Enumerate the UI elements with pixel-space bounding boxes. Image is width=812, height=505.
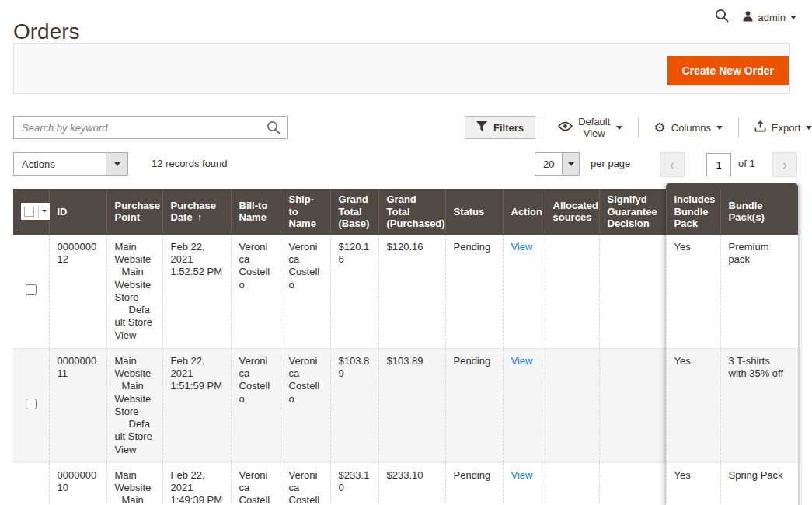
total-pages-label: of 1 <box>738 158 755 169</box>
purchase-point-website: Main Website <box>115 241 155 266</box>
header-grand-total-base[interactable]: Grand Total (Base) <box>330 189 378 235</box>
cell-grand-total-base: $233.10 <box>330 462 378 505</box>
actions-dropdown-value: Actions <box>14 153 106 175</box>
header-bill-to-name[interactable]: Bill-to Name <box>231 189 281 235</box>
view-link[interactable]: View <box>511 355 533 367</box>
sort-asc-icon: ↑ <box>197 212 202 223</box>
header-purchase-date[interactable]: Purchase Date↑ <box>162 189 231 235</box>
header-bundle-packs[interactable]: Bundle Pack(s) <box>720 189 798 235</box>
cell-grand-total-purchased: $103.89 <box>378 348 445 462</box>
table-row: 000000011 Main Website Main Website Stor… <box>13 348 798 462</box>
export-button[interactable]: Export <box>745 120 812 134</box>
purchase-time: 1:49:39 PM <box>171 494 223 505</box>
row-select-cell <box>13 462 49 505</box>
divider <box>638 117 639 138</box>
header-ship-to-name[interactable]: Ship-to Name <box>281 189 330 235</box>
row-checkbox[interactable] <box>26 399 37 409</box>
purchase-point-store: Main Website Store <box>115 380 155 418</box>
per-page-value: 20 <box>535 153 562 175</box>
cell-purchase-point: Main Website Main Website Store Default … <box>106 462 162 505</box>
purchase-time: 1:52:52 PM <box>171 266 223 278</box>
table-row: 000000010 Main Website Main Website Stor… <box>13 462 798 505</box>
previous-page-button[interactable]: ‹ <box>660 152 685 177</box>
records-found-text: 12 records found <box>152 158 228 169</box>
global-search-icon[interactable] <box>714 8 730 26</box>
header-purchase-date-label: Purchase Date <box>171 200 217 224</box>
header-id[interactable]: ID <box>49 189 106 235</box>
purchase-point-store: Main Website Store <box>115 266 155 304</box>
chevron-down-icon <box>806 126 812 130</box>
export-icon <box>754 120 766 134</box>
header-purchase-point[interactable]: Purchase Point <box>106 189 162 235</box>
purchase-point-store: Main Website Store <box>115 494 155 505</box>
cell-includes-bundle-pack: Yes <box>666 235 720 349</box>
header-status[interactable]: Status <box>445 189 503 235</box>
cell-signifyd <box>599 348 666 462</box>
cell-grand-total-purchased: $120.16 <box>378 235 445 349</box>
cell-purchase-date: Feb 22, 2021 1:49:39 PM <box>162 462 231 505</box>
default-view-button[interactable]: Default View <box>549 116 632 139</box>
cell-status: Pending <box>445 462 503 505</box>
cell-allocated-sources <box>545 348 599 462</box>
cell-action: View <box>503 235 545 349</box>
eye-icon <box>558 121 573 134</box>
filters-label: Filters <box>493 122 524 134</box>
row-checkbox[interactable] <box>26 284 37 295</box>
chevron-down-icon <box>790 16 796 19</box>
cell-bill-to: Veronica Costello <box>231 235 281 349</box>
filters-button[interactable]: Filters <box>465 116 535 139</box>
cell-signifyd <box>599 462 666 505</box>
columns-button[interactable]: ⚙ Columns <box>645 121 733 134</box>
view-link[interactable]: View <box>511 241 533 252</box>
purchase-date: Feb 22, 2021 <box>171 241 223 266</box>
select-all-dropdown[interactable] <box>21 203 50 220</box>
header-grand-total-purchased[interactable]: Grand Total (Purchased) <box>378 189 445 235</box>
cell-ship-to: Veronica Costello <box>281 348 330 462</box>
cell-status: Pending <box>445 348 503 462</box>
cell-grand-total-purchased: $233.10 <box>378 462 445 505</box>
page-title: Orders <box>13 19 80 44</box>
gear-icon: ⚙ <box>654 121 666 134</box>
divider <box>738 117 739 138</box>
view-link[interactable]: View <box>511 469 533 481</box>
cell-action: View <box>503 348 545 462</box>
page-number-input[interactable] <box>706 153 731 176</box>
purchase-date: Feb 22, 2021 <box>171 469 223 495</box>
chevron-down-icon <box>616 126 622 130</box>
chevron-down-icon <box>562 153 579 175</box>
header-signifyd-guarantee-decision[interactable]: Signifyd Guarantee Decision <box>599 189 666 235</box>
default-view-label: Default View <box>578 116 611 139</box>
search-input[interactable] <box>13 116 288 139</box>
purchase-point-store-view: Default Store View <box>115 304 155 342</box>
create-new-order-button[interactable]: Create New Order <box>667 56 789 85</box>
cell-purchase-date: Feb 22, 2021 1:51:59 PM <box>162 348 231 462</box>
chevron-down-icon <box>716 126 723 130</box>
cell-includes-bundle-pack: Yes <box>666 348 720 462</box>
cell-status: Pending <box>445 235 503 349</box>
grid-view-controls: Filters Default View ⚙ Columns Export <box>465 115 812 140</box>
per-page-dropdown[interactable]: 20 <box>535 152 580 176</box>
user-icon <box>742 10 754 25</box>
select-all-checkbox[interactable] <box>24 207 34 217</box>
cell-ship-to: Veronica Costello <box>281 462 330 505</box>
chevron-down-icon <box>42 210 47 213</box>
keyword-search <box>13 116 288 139</box>
actions-dropdown[interactable]: Actions <box>13 152 128 176</box>
cell-purchase-date: Feb 22, 2021 1:52:52 PM <box>162 235 231 349</box>
columns-label: Columns <box>671 122 711 134</box>
cell-allocated-sources <box>545 462 599 505</box>
admin-user-menu[interactable]: admin <box>742 10 796 25</box>
cell-action: View <box>503 462 545 505</box>
purchase-point-website: Main Website <box>115 469 155 495</box>
per-page-label: per page <box>591 158 630 169</box>
row-select-cell <box>13 235 49 349</box>
cell-id: 000000012 <box>49 235 106 349</box>
header-includes-bundle-pack[interactable]: Includes Bundle Pack <box>666 189 720 235</box>
header-select-all <box>13 189 49 235</box>
admin-header-actions: admin <box>714 8 796 26</box>
table-row: 000000012 Main Website Main Website Stor… <box>13 235 798 349</box>
cell-bundle-packs: Spring Pack <box>720 462 798 505</box>
next-page-button[interactable]: › <box>772 152 797 177</box>
header-allocated-sources[interactable]: Allocated sources <box>545 189 599 235</box>
search-icon[interactable] <box>266 120 281 138</box>
